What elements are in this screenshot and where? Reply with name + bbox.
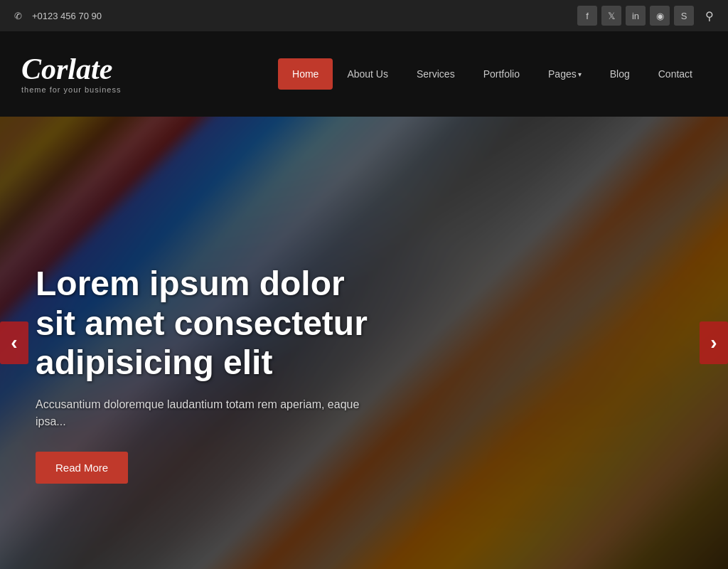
nav-item-blog[interactable]: Blog <box>596 58 644 90</box>
slider-prev-button[interactable]: ‹ <box>0 321 28 364</box>
phone-number: +0123 456 70 90 <box>32 11 102 21</box>
nav-item-pages[interactable]: Pages <box>534 58 596 90</box>
header: Corlate theme for your business Home Abo… <box>0 31 728 117</box>
social-icons-group: f 𝕏 in ◉ S <box>577 6 694 26</box>
nav-item-services[interactable]: Services <box>402 58 469 90</box>
linkedin-icon[interactable]: in <box>626 6 646 26</box>
logo[interactable]: Corlate theme for your business <box>21 54 121 94</box>
logo-subtitle: theme for your business <box>21 85 121 94</box>
phone-bar: +0123 456 70 90 <box>14 11 102 21</box>
chevron-left-icon: ‹ <box>11 331 17 354</box>
dribbble-icon[interactable]: ◉ <box>650 6 670 26</box>
top-bar: +0123 456 70 90 f 𝕏 in ◉ S ⚲ <box>0 0 728 31</box>
main-nav: Home About Us Services Portfolio Pages B… <box>278 58 707 90</box>
top-bar-right: f 𝕏 in ◉ S ⚲ <box>577 6 714 26</box>
hero-content: Lorem ipsum dolor sit amet consectetur a… <box>36 264 391 484</box>
hero-slider: ‹ Lorem ipsum dolor sit amet consectetur… <box>0 117 728 569</box>
logo-text: Corlate <box>21 54 121 84</box>
hero-subtitle: Accusantium doloremque laudantium totam … <box>36 396 391 430</box>
search-icon[interactable]: ⚲ <box>705 9 714 23</box>
nav-item-portfolio[interactable]: Portfolio <box>469 58 534 90</box>
nav-item-home[interactable]: Home <box>278 58 333 90</box>
chevron-right-icon: › <box>710 331 717 354</box>
facebook-icon[interactable]: f <box>577 6 597 26</box>
twitter-icon[interactable]: 𝕏 <box>601 6 621 26</box>
skype-icon[interactable]: S <box>674 6 694 26</box>
nav-item-contact[interactable]: Contact <box>644 58 707 90</box>
phone-icon <box>14 11 26 21</box>
nav-item-about[interactable]: About Us <box>333 58 402 90</box>
read-more-button[interactable]: Read More <box>36 452 128 484</box>
slider-next-button[interactable]: › <box>700 321 728 364</box>
hero-title: Lorem ipsum dolor sit amet consectetur a… <box>36 264 391 382</box>
